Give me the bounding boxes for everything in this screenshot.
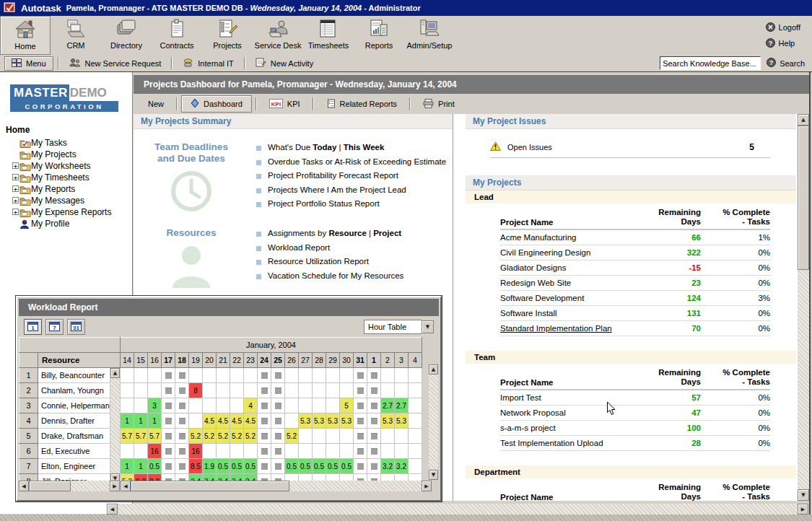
workload-cell[interactable] [134, 398, 148, 413]
day-header[interactable]: 15 [134, 353, 148, 368]
table-row[interactable]: Import Test570% [500, 390, 770, 406]
logoff-button[interactable]: Logoff [766, 22, 800, 33]
day-header[interactable]: 21 [217, 353, 230, 368]
workload-cell[interactable] [354, 429, 367, 444]
workload-cell[interactable] [381, 444, 395, 459]
workload-cell[interactable]: 5.7 [134, 429, 148, 444]
workload-cell[interactable] [258, 398, 271, 413]
workload-cell[interactable] [354, 368, 367, 383]
scrollbar-track[interactable] [118, 504, 798, 515]
workload-cell[interactable] [409, 368, 422, 383]
project-name-link[interactable]: Gladiator Designs [500, 263, 645, 272]
name-pane-hscrollbar[interactable]: ◀ ▶ [19, 481, 120, 491]
workload-cell[interactable] [409, 459, 422, 474]
tab-kpi[interactable]: KPIKPI [261, 96, 309, 113]
project-name-link[interactable]: Acme Manufacturing [500, 233, 645, 242]
tab-related-reports[interactable]: Related Reports [318, 96, 406, 113]
resource-name[interactable]: Elton, Engineer [38, 459, 110, 474]
workload-cell[interactable]: 16 [148, 444, 162, 459]
scroll-left-icon[interactable]: ◀ [19, 481, 29, 491]
workload-cell[interactable] [299, 398, 313, 413]
resource-name[interactable]: Connie, Helperman [38, 398, 110, 413]
day-header[interactable]: 22 [230, 353, 244, 368]
toolbar-item-directory[interactable]: Directory [101, 16, 152, 55]
summary-link[interactable]: Resource Utilization Report [256, 257, 403, 271]
workload-cell[interactable] [162, 429, 175, 444]
workload-cell[interactable] [148, 383, 162, 398]
workload-cell[interactable]: 5.2 [244, 429, 258, 444]
help-button[interactable]: ? Help [766, 38, 800, 49]
day-header[interactable]: 19 [189, 353, 203, 368]
workload-cell[interactable] [244, 368, 258, 383]
day-header[interactable]: 18 [175, 353, 189, 368]
workload-cell[interactable]: 5.2 [217, 429, 230, 444]
workload-cell[interactable] [381, 368, 395, 383]
resource-name[interactable]: Chanlam, Youngn [38, 383, 110, 398]
workload-cell[interactable] [313, 368, 326, 383]
workload-cell[interactable] [367, 398, 381, 413]
table-row[interactable]: Civil Engineering Design3220% [500, 245, 770, 260]
workload-cell[interactable] [271, 383, 285, 398]
project-name-link[interactable]: Test Implementation Upload [500, 439, 645, 447]
workload-cell[interactable] [162, 398, 175, 413]
expand-plus-icon[interactable]: + [12, 174, 19, 180]
table-row[interactable]: Test Implementation Upload280% [500, 436, 770, 451]
scroll-up-icon[interactable]: ▲ [798, 114, 809, 126]
workload-cell[interactable] [162, 368, 175, 383]
workload-cell[interactable] [395, 368, 409, 383]
workload-cell[interactable] [395, 444, 409, 459]
workload-cell[interactable]: 0.5 [340, 459, 354, 474]
workload-cell[interactable] [285, 368, 299, 383]
workload-cell[interactable] [230, 368, 244, 383]
workload-cell[interactable] [134, 444, 148, 459]
summary-link[interactable]: Project Profitability Forecast Report [256, 171, 446, 185]
workload-cell[interactable] [121, 368, 134, 383]
project-name-link[interactable]: Import Test [500, 393, 645, 402]
scroll-up-icon[interactable]: ▲ [110, 368, 120, 378]
toolbar-item-crm[interactable]: CRM [51, 16, 101, 55]
summary-link[interactable]: Projects Where I Am the Project Lead [256, 185, 446, 200]
day-header[interactable]: 27 [299, 353, 313, 368]
workload-cell[interactable] [340, 368, 354, 383]
workload-cell[interactable] [326, 398, 340, 413]
summary-link[interactable]: Workload Report [256, 243, 403, 258]
table-row[interactable]: Redesign Web Site230% [500, 276, 770, 291]
workload-cell[interactable]: 5.3 [395, 413, 409, 429]
workload-cell[interactable] [271, 398, 285, 413]
right-pane-scrollbar[interactable]: ▲ ▼ [798, 114, 809, 501]
toolbar-item-contracts[interactable]: Contracts [152, 16, 202, 55]
workload-cell[interactable] [162, 413, 175, 429]
workload-cell[interactable] [134, 368, 148, 383]
project-name-link[interactable]: Civil Engineering Design [500, 248, 645, 257]
workload-cell[interactable] [121, 398, 134, 413]
day-header[interactable]: 24 [258, 353, 271, 368]
workload-cell[interactable] [285, 444, 299, 459]
workload-cell[interactable] [313, 429, 326, 444]
workload-cell[interactable] [258, 413, 271, 429]
workload-cell[interactable] [326, 429, 340, 444]
workload-cell[interactable] [299, 368, 313, 383]
workload-cell[interactable] [271, 413, 285, 429]
workload-cell[interactable] [354, 398, 367, 413]
workload-cell[interactable] [381, 383, 395, 398]
workload-cell[interactable] [258, 459, 271, 474]
workload-cell[interactable]: 4.5 [244, 413, 258, 429]
workload-cell[interactable]: 3 [148, 398, 162, 413]
workload-cell[interactable] [175, 368, 189, 383]
workload-cell[interactable] [203, 444, 217, 459]
expand-plus-icon[interactable]: + [12, 197, 19, 203]
scroll-left-icon[interactable]: ◀ [107, 504, 118, 515]
day-header[interactable]: 23 [244, 353, 258, 368]
scroll-up-icon[interactable]: ▲ [429, 364, 438, 375]
project-name-link[interactable]: Software Development [500, 294, 645, 302]
workload-cell[interactable] [121, 444, 134, 459]
scroll-right-icon[interactable]: ▶ [422, 481, 432, 491]
sidebar-item-my-tasks[interactable]: My Tasks [15, 137, 132, 149]
scroll-right-icon[interactable]: ▶ [110, 481, 120, 491]
workload-cell[interactable]: 4.5 [217, 413, 230, 429]
toolbar-item-timesheets[interactable]: Timesheets [303, 16, 354, 55]
main-hscrollbar[interactable]: ◀ ▶ [107, 504, 808, 515]
workload-cell[interactable] [244, 383, 258, 398]
workload-cell[interactable]: 0.5 [285, 459, 299, 474]
workload-cell[interactable] [299, 444, 313, 459]
